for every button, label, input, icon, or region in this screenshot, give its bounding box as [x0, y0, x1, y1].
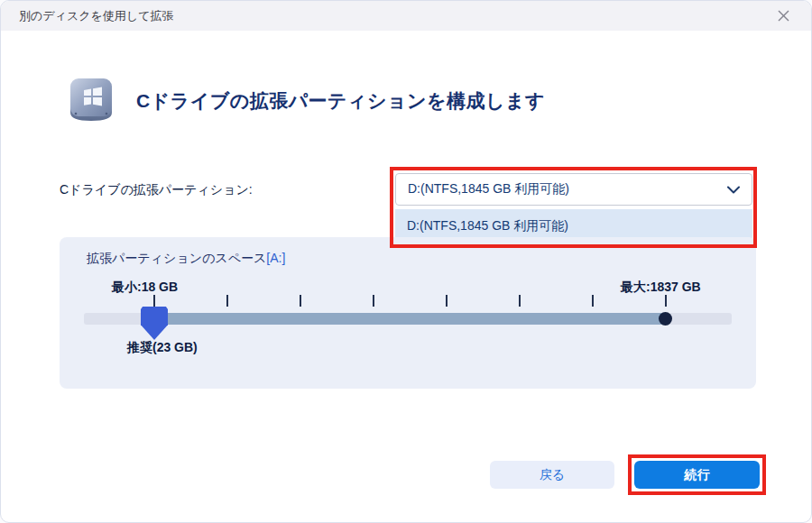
back-button[interactable]: 戻る — [490, 461, 614, 489]
continue-button[interactable]: 続行 — [634, 461, 760, 489]
slider-handle[interactable] — [141, 307, 168, 340]
page-title: Cドライブの拡張パーティションを構成します — [136, 88, 545, 114]
extend-partition-label: Cドライブの拡張パーティション: — [60, 182, 253, 198]
slider-max-label: 最大:1837 GB — [621, 280, 701, 296]
slider-tick — [446, 295, 448, 307]
slider-tick — [592, 295, 594, 307]
slider-ticks — [153, 295, 667, 307]
recommended-label: 推奨(23 GB) — [127, 340, 198, 356]
close-button[interactable] — [768, 1, 798, 31]
slider-tick — [226, 295, 228, 307]
slider-track[interactable] — [84, 313, 732, 325]
slider-track-fill — [154, 313, 666, 325]
header: Cドライブの拡張パーティションを構成します — [66, 77, 545, 125]
slider-tick — [300, 295, 301, 307]
partition-select[interactable]: D:(NTFS,1845 GB 利用可能) — [395, 173, 752, 206]
space-panel-label: 拡張パーティションのスペース[A:] — [87, 251, 285, 267]
slider-tick — [519, 295, 521, 307]
space-panel-label-drive: [A:] — [266, 251, 285, 265]
titlebar: 別のディスクを使用して拡張 — [1, 1, 811, 31]
space-panel: 拡張パーティションのスペース[A:] 最小:18 GB 最大:1837 GB 推… — [60, 237, 756, 389]
extend-dialog: 別のディスクを使用して拡張 — [0, 0, 812, 523]
chevron-down-icon — [727, 186, 740, 194]
partition-select-value: D:(NTFS,1845 GB 利用可能) — [408, 181, 569, 197]
close-icon — [778, 10, 789, 22]
slider-max-dot[interactable] — [659, 312, 672, 326]
slider-min-label: 最小:18 GB — [112, 280, 178, 296]
windows-disk-icon — [66, 77, 116, 125]
window-title: 別のディスクを使用して拡張 — [19, 8, 173, 24]
slider-tick — [665, 295, 667, 307]
space-panel-label-text: 拡張パーティションのスペース — [87, 251, 266, 265]
slider-tick — [153, 295, 155, 307]
slider-tick — [373, 295, 374, 307]
